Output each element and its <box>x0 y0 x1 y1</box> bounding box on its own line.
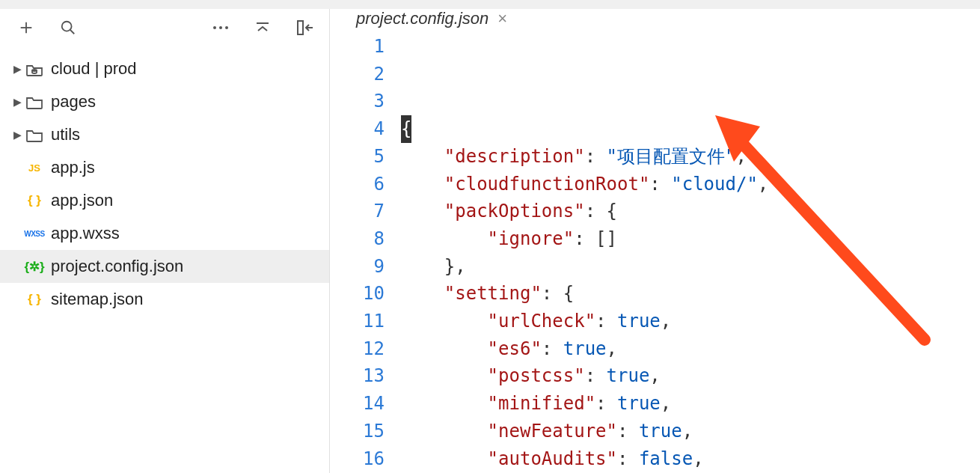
new-file-icon[interactable] <box>18 19 34 36</box>
line-number: 14 <box>330 390 385 418</box>
code-line: "ignore": [] <box>401 225 980 253</box>
tree-item-app-wxss[interactable]: WXSSapp.wxss <box>0 217 329 250</box>
file-icon <box>24 61 45 76</box>
caret-icon: ▶ <box>10 63 24 75</box>
tab-bar: project.config.json × <box>330 9 980 28</box>
line-number: 11 <box>330 308 385 335</box>
line-number: 16 <box>330 445 385 473</box>
svg-point-6 <box>225 26 228 29</box>
code-line: "es6": true, <box>401 335 980 363</box>
line-number: 4 <box>330 115 385 143</box>
line-number: 2 <box>330 61 385 88</box>
tree-item-app-json[interactable]: { }app.json <box>0 184 329 217</box>
tree-item-app-js[interactable]: JSapp.js <box>0 151 329 184</box>
code-line: "postcss": true, <box>401 362 980 390</box>
more-icon[interactable] <box>212 25 229 31</box>
line-gutter: 12345678910111213141516 <box>330 33 401 473</box>
file-icon: {✲} <box>24 259 45 275</box>
panel-toggle-icon[interactable] <box>296 19 314 36</box>
svg-point-4 <box>213 26 216 29</box>
line-number: 10 <box>330 280 385 308</box>
code-line: "description": "项目配置文件", <box>401 143 980 171</box>
search-icon[interactable] <box>60 19 76 36</box>
caret-icon: ▶ <box>10 96 24 108</box>
code-line: "packOptions": { <box>401 198 980 225</box>
file-icon: JS <box>24 162 45 174</box>
file-icon: { } <box>24 292 45 307</box>
line-number: 5 <box>330 143 385 171</box>
line-number: 13 <box>330 362 385 390</box>
svg-rect-8 <box>298 21 303 34</box>
file-icon <box>24 127 45 142</box>
tab-label: project.config.json <box>356 9 489 28</box>
line-number: 15 <box>330 418 385 445</box>
caret-icon: ▶ <box>10 129 24 141</box>
line-number: 3 <box>330 88 385 115</box>
tree-item-label: app.js <box>51 158 95 177</box>
tree-item-pages[interactable]: ▶pages <box>0 85 329 118</box>
collapse-icon[interactable] <box>254 21 271 34</box>
line-number: 7 <box>330 198 385 225</box>
file-explorer: ▶cloud | prod▶pages▶utilsJSapp.js{ }app.… <box>0 9 329 473</box>
editor-panel: project.config.json × 123456789101112131… <box>329 9 980 473</box>
code-content[interactable]: { "description": "项目配置文件", "cloudfunctio… <box>401 33 980 473</box>
tree-item-label: project.config.json <box>51 257 183 276</box>
tab-project-config[interactable]: project.config.json × <box>356 9 507 28</box>
tree-item-cloud-prod[interactable]: ▶cloud | prod <box>0 52 329 85</box>
code-line: { <box>401 115 980 143</box>
svg-point-2 <box>62 21 72 31</box>
svg-line-3 <box>70 29 75 34</box>
tree-item-label: cloud | prod <box>51 59 137 79</box>
tree-item-label: app.json <box>51 191 113 210</box>
code-line: "newFeature": true, <box>401 418 980 445</box>
code-line: "setting": { <box>401 280 980 308</box>
file-icon <box>24 94 45 109</box>
code-line: }, <box>401 253 980 281</box>
tree-item-label: pages <box>51 92 96 112</box>
svg-point-5 <box>219 26 222 29</box>
code-line: "autoAudits": false, <box>401 445 980 473</box>
explorer-toolbar <box>0 9 329 46</box>
code-line: "minified": true, <box>401 390 980 418</box>
tree-item-label: sitemap.json <box>51 290 144 309</box>
code-line: "cloudfunctionRoot": "cloud/", <box>401 171 980 198</box>
line-number: 6 <box>330 171 385 198</box>
tree-item-project-config-json[interactable]: {✲}project.config.json <box>0 250 329 283</box>
tree-item-label: utils <box>51 125 80 144</box>
line-number: 1 <box>330 33 385 61</box>
close-icon[interactable]: × <box>497 9 507 28</box>
file-icon: WXSS <box>24 230 45 238</box>
line-number: 12 <box>330 335 385 363</box>
line-number: 9 <box>330 253 385 281</box>
file-tree: ▶cloud | prod▶pages▶utilsJSapp.js{ }app.… <box>0 46 329 322</box>
tree-item-utils[interactable]: ▶utils <box>0 118 329 151</box>
tree-item-label: app.wxss <box>51 224 120 243</box>
code-line: "urlCheck": true, <box>401 308 980 335</box>
svg-point-9 <box>32 70 37 71</box>
code-editor[interactable]: 12345678910111213141516 { "description":… <box>330 28 980 473</box>
line-number: 8 <box>330 225 385 253</box>
tree-item-sitemap-json[interactable]: { }sitemap.json <box>0 283 329 316</box>
file-icon: { } <box>24 193 45 208</box>
